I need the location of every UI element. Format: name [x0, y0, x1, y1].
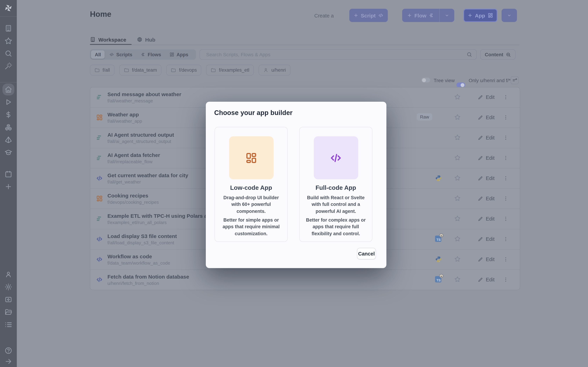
- full-code-description: Build with React or Svelte with full con…: [304, 194, 367, 215]
- modal-title: Choose your app builder: [214, 109, 293, 117]
- cancel-button[interactable]: Cancel: [357, 248, 376, 259]
- low-code-app-card[interactable]: Low-code App Drag-and-drop UI builder wi…: [215, 127, 288, 242]
- app-builder-modal: Choose your app builder Low-code App Dra…: [206, 102, 386, 268]
- code-icon: [329, 151, 343, 165]
- low-code-note: Better for simple apps or apps that requ…: [220, 217, 283, 237]
- app-grid-icon: [245, 151, 257, 164]
- full-code-note: Better for complex apps or apps that req…: [304, 217, 367, 237]
- low-code-description: Drag-and-drop UI builder with 60+ powerf…: [220, 194, 283, 215]
- full-code-app-card[interactable]: Full-code App Build with React or Svelte…: [299, 127, 372, 242]
- full-code-title: Full-code App: [300, 184, 372, 192]
- full-code-tile: [314, 136, 358, 179]
- low-code-title: Low-code App: [215, 184, 287, 192]
- low-code-tile: [229, 136, 273, 179]
